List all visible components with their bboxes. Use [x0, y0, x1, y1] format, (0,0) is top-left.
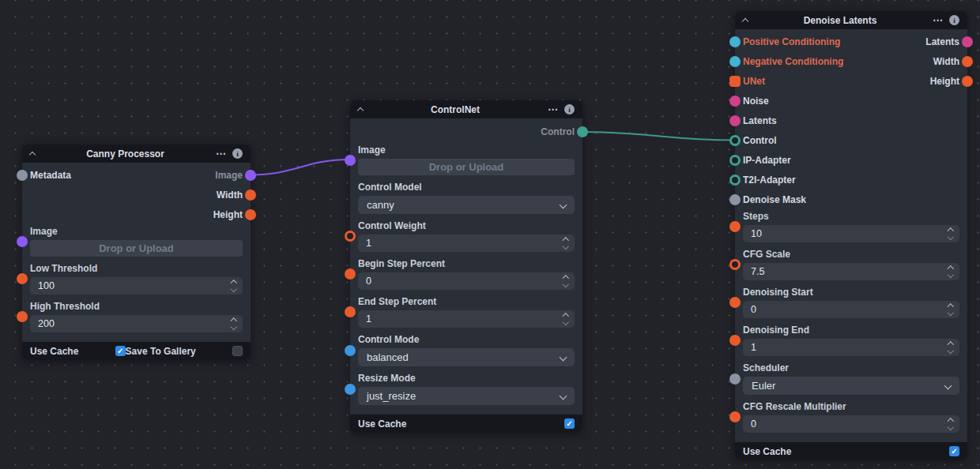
stepper-up-icon[interactable]	[563, 313, 569, 319]
node-header[interactable]: Denoise Latents ⋯ i	[735, 11, 967, 29]
number-stepper[interactable]	[225, 315, 243, 332]
denoise-mask-input-port[interactable]	[729, 194, 741, 205]
denoising-end-input-port[interactable]	[729, 335, 741, 346]
use-cache-checkbox[interactable]: ✓	[949, 446, 959, 456]
latents-output-port[interactable]	[962, 36, 973, 47]
high-threshold-input-port[interactable]	[17, 311, 28, 322]
resize-mode-select[interactable]: just_resize	[358, 387, 575, 405]
number-stepper[interactable]	[942, 301, 959, 318]
height-output-port[interactable]	[962, 76, 973, 87]
width-output-port[interactable]	[962, 56, 973, 67]
stepper-up-icon[interactable]	[563, 275, 569, 281]
number-stepper[interactable]	[557, 272, 575, 290]
end-step-percent-input[interactable]: 1	[358, 310, 575, 328]
stepper-up-icon[interactable]	[948, 418, 954, 424]
image-drop-zone[interactable]: Drop or Upload	[30, 240, 243, 257]
stepper-down-icon[interactable]	[948, 310, 954, 316]
denoising-start-input-port[interactable]	[729, 297, 741, 308]
node-header[interactable]: Canny Processor ⋯ i	[22, 144, 251, 163]
stepper-down-icon[interactable]	[231, 286, 237, 292]
high-threshold-input[interactable]: 200	[30, 315, 243, 332]
number-stepper[interactable]	[225, 277, 243, 295]
number-stepper[interactable]	[942, 225, 959, 242]
number-stepper[interactable]	[942, 263, 959, 280]
stepper-up-icon[interactable]	[563, 237, 569, 243]
image-input-port[interactable]	[345, 155, 356, 166]
begin-step-percent-input[interactable]: 0	[358, 272, 575, 290]
stepper-up-icon[interactable]	[948, 227, 954, 234]
cfg-scale-input-port[interactable]	[729, 259, 741, 270]
positive-conditioning-input-port[interactable]	[729, 36, 741, 47]
control-input-port[interactable]	[729, 135, 741, 146]
stepper-down-icon[interactable]	[948, 234, 954, 240]
node-denoise-latents[interactable]: Denoise Latents ⋯ i Positive Conditionin…	[735, 11, 967, 460]
width-output-port[interactable]	[245, 189, 256, 201]
save-to-gallery-checkbox[interactable]	[232, 346, 243, 356]
stepper-up-icon[interactable]	[231, 280, 237, 286]
stepper-down-icon[interactable]	[948, 272, 954, 278]
use-cache-checkbox[interactable]: ✓	[564, 418, 575, 429]
number-stepper[interactable]	[942, 339, 959, 356]
height-output-port[interactable]	[245, 209, 256, 220]
low-threshold-input[interactable]: 100	[30, 277, 243, 295]
stepper-down-icon[interactable]	[563, 319, 569, 325]
cfg-rescale-multiplier-input-port[interactable]	[729, 411, 741, 422]
scheduler-select[interactable]: Euler	[743, 377, 959, 395]
ip-adapter-input-port[interactable]	[729, 155, 741, 166]
number-stepper[interactable]	[942, 415, 959, 433]
unet-input-port[interactable]	[729, 76, 741, 87]
number-stepper[interactable]	[557, 310, 575, 328]
end-step-percent-input-port[interactable]	[345, 306, 356, 317]
node-menu-icon[interactable]: ⋯	[216, 150, 227, 158]
control-weight-input-port[interactable]	[345, 231, 356, 242]
steps-input-port[interactable]	[729, 221, 741, 232]
negative-conditioning-input-port[interactable]	[729, 56, 741, 67]
cfg-scale-input[interactable]: 7.5	[743, 263, 959, 280]
image-drop-zone[interactable]: Drop or Upload	[358, 159, 575, 175]
begin-step-percent-input-port[interactable]	[345, 268, 356, 280]
node-canny-processor[interactable]: Canny Processor ⋯ i Metadata Image Width…	[22, 144, 251, 360]
use-cache-checkbox[interactable]: ✓	[115, 346, 126, 356]
stepper-up-icon[interactable]	[948, 303, 954, 310]
stepper-down-icon[interactable]	[563, 243, 569, 250]
node-info-icon[interactable]: i	[564, 104, 575, 114]
t2i-adapter-input-port[interactable]	[729, 174, 741, 186]
stepper-up-icon[interactable]	[948, 341, 954, 347]
stepper-up-icon[interactable]	[231, 317, 237, 324]
stepper-down-icon[interactable]	[948, 347, 954, 354]
wire-canny-image-to-controlnet-image[interactable]	[251, 159, 350, 175]
image-input-port[interactable]	[17, 236, 28, 247]
image-output-port[interactable]	[245, 170, 256, 181]
metadata-input-port[interactable]	[17, 170, 28, 181]
port-label: Negative Conditioning	[743, 56, 843, 67]
node-menu-icon[interactable]: ⋯	[548, 106, 559, 114]
stepper-down-icon[interactable]	[563, 281, 569, 287]
collapse-node-icon[interactable]	[29, 151, 36, 157]
node-controlnet[interactable]: ControlNet ⋯ i Control Image Drop or Upl…	[350, 100, 582, 433]
noise-input-port[interactable]	[729, 96, 741, 107]
latents-input-port[interactable]	[729, 115, 741, 126]
control-weight-input[interactable]: 1	[358, 234, 575, 252]
control-mode-input-port[interactable]	[345, 345, 356, 356]
stepper-down-icon[interactable]	[231, 324, 237, 330]
stepper-down-icon[interactable]	[948, 424, 954, 430]
low-threshold-input-port[interactable]	[17, 273, 28, 284]
denoising-end-input[interactable]: 1	[743, 339, 959, 356]
number-stepper[interactable]	[557, 234, 575, 252]
wire-controlnet-control-to-denoise-control[interactable]	[582, 132, 735, 141]
resize-mode-input-port[interactable]	[345, 384, 356, 395]
stepper-up-icon[interactable]	[948, 265, 954, 272]
control-mode-select[interactable]: balanced	[358, 348, 575, 366]
node-info-icon[interactable]: i	[949, 15, 959, 25]
scheduler-input-port[interactable]	[729, 373, 741, 385]
steps-input[interactable]: 10	[743, 225, 959, 242]
node-header[interactable]: ControlNet ⋯ i	[350, 100, 582, 118]
collapse-node-icon[interactable]	[742, 17, 748, 24]
node-info-icon[interactable]: i	[232, 148, 243, 159]
collapse-node-icon[interactable]	[357, 107, 364, 113]
cfg-rescale-multiplier-input[interactable]: 0	[743, 415, 959, 433]
denoising-start-input[interactable]: 0	[743, 301, 959, 318]
node-menu-icon[interactable]: ⋯	[933, 17, 944, 24]
control-output-port[interactable]	[577, 126, 588, 137]
control-model-select[interactable]: canny	[358, 196, 575, 214]
